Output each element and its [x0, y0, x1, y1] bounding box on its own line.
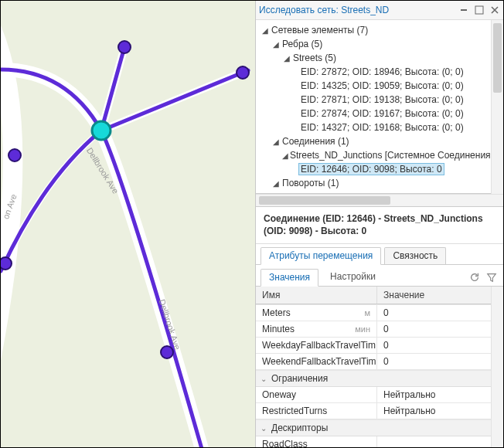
dock-button[interactable]: [474, 5, 485, 15]
map-viewport[interactable]: Dellbrook Ave Dellbrook Ave on Ave: [1, 1, 256, 447]
attr-row[interactable]: Minutesмин0: [256, 321, 491, 338]
tree-leaf-edge[interactable]: EID: 14327; OID: 19168; Высота: (0; 0): [256, 120, 492, 134]
svg-point-1: [118, 41, 131, 53]
attr-subtabstrip: Значения Настройки: [256, 265, 503, 287]
refresh-button[interactable]: [468, 270, 482, 284]
selection-heading: Соединение (EID: 12646) - Streets_ND_Jun…: [256, 207, 503, 244]
attr-scrollbar-vertical[interactable]: [491, 287, 503, 447]
filter-button[interactable]: [485, 270, 499, 284]
app-root: Dellbrook Ave Dellbrook Ave on Ave Иссле…: [0, 0, 504, 448]
svg-point-2: [237, 66, 249, 79]
subtab-values[interactable]: Значения: [261, 269, 318, 287]
tree-node-streets[interactable]: ◢Streets (5): [256, 51, 492, 65]
attr-row[interactable]: RoadClass: [256, 436, 491, 448]
tree-leaf-edge[interactable]: EID: 27871; OID: 19138; Высота: (0; 0): [256, 93, 492, 107]
attr-row[interactable]: WeekdayFallbackTravelTim0: [256, 338, 491, 354]
chevron-down-icon: ⌄: [261, 375, 267, 383]
panel-titlebar: Исследовать сеть: Streets_ND: [256, 1, 503, 20]
col-header-name[interactable]: Имя: [256, 287, 377, 304]
tree-leaf-edge[interactable]: EID: 14325; OID: 19059; Высота: (0; 0): [256, 79, 492, 93]
svg-point-4: [161, 346, 173, 358]
network-overlay: [1, 1, 256, 447]
explore-network-panel: Исследовать сеть: Streets_ND ◢Сетевые эл…: [255, 1, 503, 447]
svg-point-3: [1, 257, 12, 270]
tree-node-junctions[interactable]: ◢Соединения (1): [256, 134, 492, 148]
attr-row[interactable]: OnewayНейтрально: [256, 387, 491, 403]
close-button[interactable]: [489, 5, 500, 15]
autohide-button[interactable]: [458, 5, 469, 15]
chevron-down-icon: ⌄: [261, 424, 267, 433]
tab-attributes[interactable]: Атрибуты перемещения: [261, 247, 381, 265]
col-header-value[interactable]: Значение: [377, 287, 491, 304]
tree-leaf-edge[interactable]: EID: 27874; OID: 19167; Высота: (0; 0): [256, 107, 492, 120]
group-restrictions[interactable]: ⌄Ограничения: [256, 371, 491, 387]
panel-title: Исследовать сеть: Streets_ND: [259, 5, 454, 15]
tree-node-edges[interactable]: ◢Ребра (5): [256, 37, 492, 51]
svg-rect-5: [461, 9, 467, 11]
attr-row[interactable]: Metersм0: [256, 305, 491, 321]
svg-point-0: [9, 149, 21, 161]
tree-node-root[interactable]: ◢Сетевые элементы (7): [256, 23, 492, 37]
tree-scrollbar-horizontal[interactable]: [256, 194, 503, 207]
tree-leaf-edge[interactable]: EID: 27872; OID: 18946; Высота: (0; 0): [256, 65, 492, 79]
attr-row[interactable]: RestrictedTurnsНейтрально: [256, 403, 491, 419]
tree-node-turns[interactable]: ◢Повороты (1): [256, 176, 492, 190]
tree-node-junctions-sub[interactable]: ◢Streets_ND_Junctions [Системное Соедине…: [256, 148, 492, 162]
subtab-settings[interactable]: Настройки: [322, 268, 384, 286]
group-descriptors[interactable]: ⌄Дескрипторы: [256, 420, 491, 436]
svg-rect-6: [475, 6, 483, 14]
tree-scrollbar-vertical[interactable]: [491, 20, 503, 194]
attr-grid-header: Имя Значение: [256, 287, 491, 304]
attr-row[interactable]: WeekendFallbackTravelTim0: [256, 354, 491, 370]
selected-junction-marker: [92, 121, 111, 140]
detail-tabstrip: Атрибуты перемещения Связность: [256, 244, 503, 265]
tree-leaf-junction[interactable]: EID: 12646; OID: 9098; Высота: 0: [256, 162, 492, 176]
tab-connectivity[interactable]: Связность: [384, 247, 446, 264]
elements-tree[interactable]: ◢Сетевые элементы (7) ◢Ребра (5) ◢Street…: [256, 20, 503, 194]
